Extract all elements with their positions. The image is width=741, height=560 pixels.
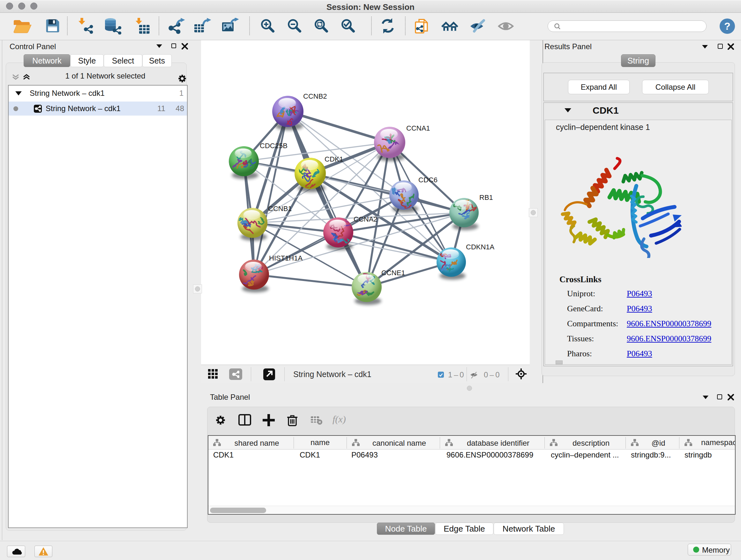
svg-text:CDK1: CDK1 <box>325 155 343 163</box>
svg-text:CCNA1: CCNA1 <box>406 124 430 132</box>
svg-text:CDC25B: CDC25B <box>260 142 287 150</box>
svg-text:HIST1H1A: HIST1H1A <box>269 254 302 262</box>
svg-text:CCNB2: CCNB2 <box>303 92 327 100</box>
svg-text:CDKN1A: CDKN1A <box>466 243 495 251</box>
svg-text:CCNB1: CCNB1 <box>268 205 292 212</box>
svg-text:RB1: RB1 <box>479 193 493 201</box>
svg-text:CCNA2: CCNA2 <box>354 215 378 223</box>
svg-text:CCNE1: CCNE1 <box>381 269 405 277</box>
svg-text:CDC6: CDC6 <box>418 176 437 184</box>
